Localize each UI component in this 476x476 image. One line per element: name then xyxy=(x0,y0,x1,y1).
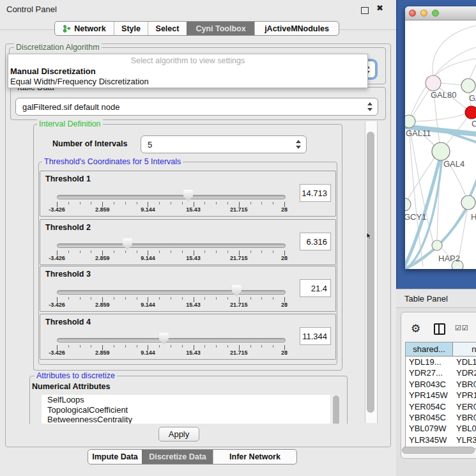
threshold-2-slider-track[interactable] xyxy=(57,243,286,248)
interval-definition-title: Interval Definition xyxy=(37,119,103,128)
table-cell[interactable]: YLR345W xyxy=(406,434,453,445)
table-cell[interactable]: YDR27... xyxy=(406,367,453,378)
attributes-scrollbar-thumb[interactable] xyxy=(333,395,339,424)
split-columns-icon[interactable] xyxy=(434,323,445,335)
threshold-4-value-field[interactable]: 11.344 xyxy=(300,327,331,345)
tab-jactivemnodules-label: jActiveMNodules xyxy=(265,24,329,33)
algorithm-popup: Select algorithm to view settings Manual… xyxy=(8,54,368,88)
table-cell[interactable]: YPR145W xyxy=(406,390,453,401)
threshold-1-slider-track[interactable] xyxy=(57,195,286,199)
attribute-list-item[interactable]: BetweennessCentrality xyxy=(42,415,330,424)
settings-scrollbar[interactable] xyxy=(365,121,378,423)
network-node[interactable] xyxy=(426,75,441,91)
node-label: HAP2 xyxy=(438,254,460,263)
table-cell[interactable]: YBL0 xyxy=(453,423,476,434)
threshold-4-slider-thumb[interactable] xyxy=(159,333,169,344)
network-window[interactable]: GAL80GACGAL11GAL4GCY1HHAP2 xyxy=(405,6,476,269)
table-cell[interactable]: YLR3 xyxy=(453,434,476,445)
tab-select[interactable]: Select xyxy=(148,22,187,35)
attributes-group-title: Attributes to discretize xyxy=(35,371,117,380)
threshold-1-slider-thumb[interactable] xyxy=(183,190,193,201)
network-node[interactable] xyxy=(432,142,450,160)
table-cell[interactable]: YPR1 xyxy=(453,390,476,401)
threshold-1-label: Threshold 1 xyxy=(45,174,91,183)
threshold-2-value-field[interactable]: 6.316 xyxy=(300,233,331,250)
tab-jactivemnodules[interactable]: jActiveMNodules xyxy=(254,22,339,35)
network-node[interactable] xyxy=(465,106,476,119)
table-row[interactable]: YBR045CYBR0 xyxy=(406,412,476,423)
table-hscrollbar[interactable] xyxy=(402,446,476,454)
table-cell[interactable]: YDL19... xyxy=(406,357,453,367)
network-window-titlebar[interactable] xyxy=(405,6,476,20)
threshold-3-slider-track[interactable] xyxy=(57,290,286,295)
threshold-1-value-field[interactable]: 14.713 xyxy=(300,184,331,202)
table-cell[interactable]: YER054C xyxy=(406,401,453,412)
table-header-row: shared... na xyxy=(406,342,476,357)
tab-impute-data[interactable]: Impute Data xyxy=(88,450,142,464)
table-rows: YDL19...YDL1YDR27...YDR2YBR043CYBR0YPR14… xyxy=(406,357,476,449)
table-cell[interactable]: YBR0 xyxy=(453,379,476,390)
network-node[interactable] xyxy=(405,198,411,211)
tab-infer-network-label: Infer Network xyxy=(229,452,280,461)
table-row[interactable]: YDL19...YDL1 xyxy=(406,357,476,367)
number-of-intervals-combobox[interactable]: 5 xyxy=(141,135,307,153)
attribute-list-item[interactable]: SelfLoops xyxy=(42,395,330,405)
network-canvas[interactable]: GAL80GACGAL11GAL4GCY1HHAP2 xyxy=(405,20,476,269)
threshold-2-label: Threshold 2 xyxy=(45,223,91,232)
table-row[interactable]: YLR345WYLR3 xyxy=(406,434,476,445)
table-cell[interactable]: YBR043C xyxy=(406,379,453,390)
network-node[interactable] xyxy=(461,79,475,93)
table-cell[interactable]: YDL1 xyxy=(453,357,476,367)
popup-option-manual[interactable]: Manual Discretization xyxy=(10,66,96,76)
numerical-attributes-list[interactable]: SelfLoopsTopologicalCoefficientBetweenne… xyxy=(42,395,330,424)
float-window-icon[interactable] xyxy=(361,7,369,14)
tab-discretize-data[interactable]: Discretize Data xyxy=(142,450,213,464)
table-cell[interactable]: YDR2 xyxy=(453,367,476,378)
zoom-traffic-light-icon[interactable] xyxy=(432,10,439,17)
table-cell[interactable]: YBR0 xyxy=(453,412,476,423)
attributes-scrollbar[interactable] xyxy=(332,395,340,424)
node-label: GAL80 xyxy=(431,90,456,100)
minimize-traffic-light-icon[interactable] xyxy=(420,10,427,17)
tab-infer-network[interactable]: Infer Network xyxy=(213,450,296,464)
threshold-3-slider-thumb[interactable] xyxy=(232,285,242,296)
threshold-2-panel: Threshold 2 -3.4262.8599.14415.4321.7152… xyxy=(40,219,336,265)
popup-option-equal-width[interactable]: Equal Width/Frequency Discretization xyxy=(10,77,149,86)
settings-scrollbar-thumb[interactable] xyxy=(367,132,374,413)
table-row[interactable]: YDR27...YDR2 xyxy=(406,367,476,378)
apply-button[interactable]: Apply xyxy=(158,427,199,441)
node-table[interactable]: shared... na YDL19...YDL1YDR27...YDR2YBR… xyxy=(405,342,476,449)
gear-icon[interactable]: ⚙ xyxy=(411,322,420,335)
network-node[interactable] xyxy=(461,196,475,210)
network-node[interactable] xyxy=(405,115,415,128)
table-row[interactable]: YPR145WYPR1 xyxy=(406,390,476,401)
table-row[interactable]: YBL079WYBL0 xyxy=(406,423,476,434)
close-icon[interactable]: ✖ xyxy=(376,3,383,13)
close-traffic-light-icon[interactable] xyxy=(409,10,416,17)
tab-network-label: Network xyxy=(74,24,105,33)
slider-tick-labels: -3.4262.8599.14415.4321.71528 xyxy=(40,349,335,357)
table-data-combobox[interactable]: galFiltered.sif default node xyxy=(15,98,378,116)
network-node[interactable] xyxy=(432,240,442,250)
threshold-2-slider-thumb[interactable] xyxy=(123,238,132,250)
node-label: GAL4 xyxy=(443,159,464,169)
threshold-4-slider-track[interactable] xyxy=(57,338,286,342)
table-cell[interactable]: YBR045C xyxy=(406,412,453,423)
number-of-intervals-label: Number of Intervals xyxy=(52,139,127,148)
attribute-list-item[interactable]: TopologicalCoefficient xyxy=(42,405,330,415)
threshold-3-value-field[interactable]: 21.4 xyxy=(300,279,331,297)
threshold-3-panel: Threshold 3 -3.4262.8599.14415.4321.7152… xyxy=(40,266,336,312)
column-header-shared-name[interactable]: shared... xyxy=(406,342,453,356)
select-columns-icons[interactable]: ☑☑ xyxy=(455,324,469,332)
network-icon xyxy=(63,24,71,33)
table-hscrollbar-thumb[interactable] xyxy=(402,447,475,454)
tab-cyni-toolbox[interactable]: Cyni Toolbox xyxy=(187,22,254,35)
table-row[interactable]: YBR043CYBR0 xyxy=(406,379,476,390)
table-row[interactable]: YER054CYER0 xyxy=(406,401,476,412)
tab-style[interactable]: Style xyxy=(114,22,148,35)
settings-viewport: Interval Definition Number of Intervals … xyxy=(10,118,364,424)
table-cell[interactable]: YER0 xyxy=(453,401,476,412)
column-header-name[interactable]: na xyxy=(453,342,476,356)
table-cell[interactable]: YBL079W xyxy=(406,423,453,434)
tab-network[interactable]: Network xyxy=(55,22,114,35)
